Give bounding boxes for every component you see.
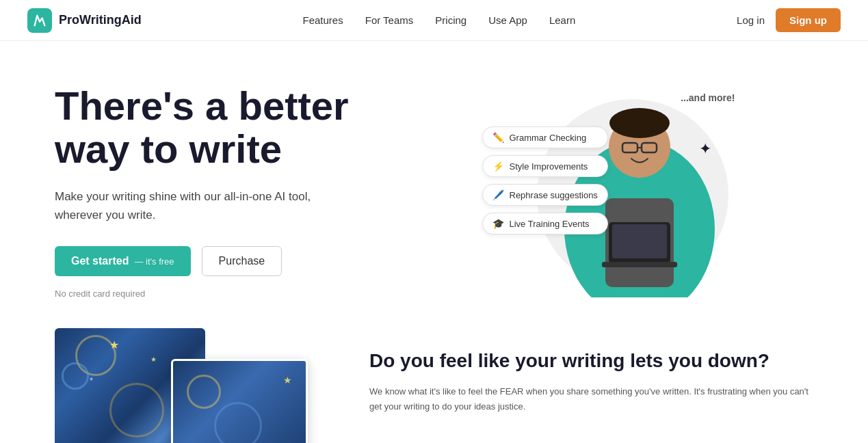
art-block-2: ★: [171, 359, 308, 443]
section2-right: Do you feel like your writing lets you d…: [369, 328, 813, 415]
signup-button[interactable]: Sign up: [776, 8, 841, 32]
star-4: ★: [283, 375, 292, 386]
svg-rect-8: [612, 224, 667, 258]
get-started-button[interactable]: Get started — it's free: [55, 246, 191, 276]
section2-title: Do you feel like your writing lets you d…: [369, 349, 813, 373]
star-1: ★: [109, 338, 119, 351]
swirl-4: [187, 375, 221, 409]
style-icon: ⚡: [492, 161, 504, 172]
hero-buttons: Get started — it's free Purchase: [55, 246, 410, 276]
hero-left: There's a better way to write Make your …: [55, 84, 410, 299]
section2-description: We know what it's like to feel the FEAR …: [369, 384, 813, 414]
starry-night-container: ★ ★ ★ ★ My idea in my head: [55, 328, 301, 443]
pill-style: ⚡ Style Improvements: [482, 155, 608, 177]
hero-section: There's a better way to write Make your …: [0, 41, 868, 328]
pill-training: 🎓 Live Training Events: [482, 213, 608, 234]
training-icon: 🎓: [492, 218, 504, 229]
grammar-icon: ✏️: [492, 132, 504, 143]
hero-title: There's a better way to write: [55, 84, 410, 172]
nav-item-learn[interactable]: Learn: [549, 14, 575, 27]
star-3: ★: [89, 376, 94, 382]
logo-link[interactable]: ProWritingAid: [27, 8, 142, 33]
purchase-button[interactable]: Purchase: [202, 246, 282, 276]
swirl-2: [62, 362, 89, 390]
svg-point-5: [609, 108, 670, 138]
login-button[interactable]: Log in: [737, 14, 765, 26]
rephrase-icon: 🖊️: [492, 189, 504, 200]
no-credit-card-text: No credit card required: [55, 288, 410, 299]
nav-links: Features For Teams Pricing Use App Learn: [303, 14, 576, 27]
logo-text: ProWritingAid: [59, 13, 142, 27]
svg-rect-9: [602, 262, 677, 267]
section2: ★ ★ ★ ★ My idea in my head Do you feel l…: [0, 328, 868, 443]
nav-item-features[interactable]: Features: [303, 14, 343, 27]
navbar: ProWritingAid Features For Teams Pricing…: [0, 0, 868, 41]
hero-right: ...and more! ✦: [410, 82, 813, 301]
hero-subtitle: Make your writing shine with our all-in-…: [55, 187, 315, 224]
swirl-5: [214, 402, 262, 443]
section2-left: ★ ★ ★ ★ My idea in my head: [55, 328, 328, 443]
nav-actions: Log in Sign up: [737, 8, 841, 32]
nav-item-for-teams[interactable]: For Teams: [365, 14, 414, 27]
pill-rephrase: 🖊️ Rephrase suggestions: [482, 184, 608, 206]
pill-grammar: ✏️ Grammar Checking: [482, 126, 608, 148]
nav-item-pricing[interactable]: Pricing: [435, 14, 466, 27]
logo-icon: [27, 8, 52, 33]
star-2: ★: [150, 355, 157, 363]
swirl-3: [109, 383, 164, 438]
hero-illustration: ...and more! ✦: [482, 85, 742, 297]
feature-pills: ✏️ Grammar Checking ⚡ Style Improvements…: [482, 126, 608, 234]
nav-item-use-app[interactable]: Use App: [488, 14, 527, 27]
